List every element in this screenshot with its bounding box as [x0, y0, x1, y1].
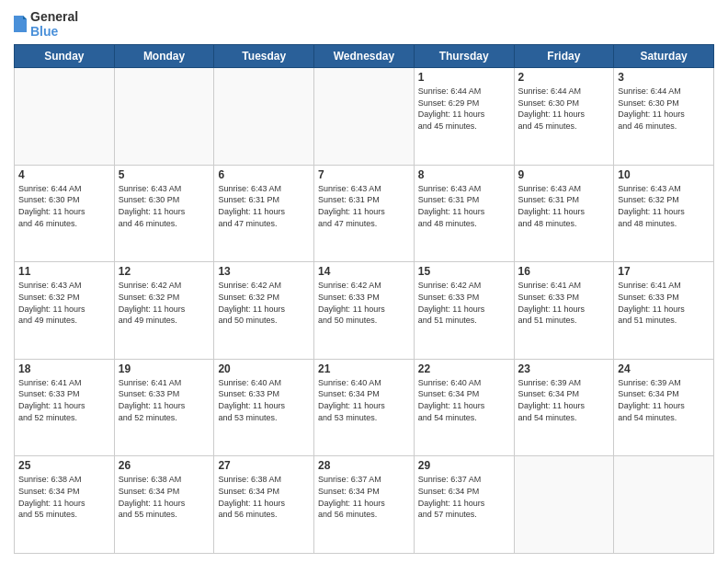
calendar-day-10: 10Sunrise: 6:43 AM Sunset: 6:32 PM Dayli…: [614, 165, 714, 262]
day-number: 14: [318, 265, 410, 278]
calendar-table: SundayMondayTuesdayWednesdayThursdayFrid…: [14, 44, 714, 554]
calendar-day-21: 21Sunrise: 6:40 AM Sunset: 6:34 PM Dayli…: [314, 359, 415, 456]
calendar-week-4: 25Sunrise: 6:38 AM Sunset: 6:34 PM Dayli…: [15, 456, 714, 554]
day-info: Sunrise: 6:40 AM Sunset: 6:34 PM Dayligh…: [318, 377, 410, 423]
logo-icon: [14, 16, 27, 32]
day-number: 26: [119, 459, 210, 472]
day-number: 17: [618, 265, 710, 278]
day-info: Sunrise: 6:43 AM Sunset: 6:30 PM Dayligh…: [119, 183, 210, 229]
day-info: Sunrise: 6:43 AM Sunset: 6:32 PM Dayligh…: [18, 280, 110, 326]
calendar-day-22: 22Sunrise: 6:40 AM Sunset: 6:34 PM Dayli…: [414, 359, 514, 456]
day-header-thursday: Thursday: [414, 45, 514, 68]
calendar-day-13: 13Sunrise: 6:42 AM Sunset: 6:32 PM Dayli…: [214, 262, 314, 360]
day-info: Sunrise: 6:44 AM Sunset: 6:30 PM Dayligh…: [518, 86, 610, 132]
day-info: Sunrise: 6:40 AM Sunset: 6:34 PM Dayligh…: [418, 377, 510, 423]
day-number: 5: [119, 168, 210, 181]
day-number: 7: [318, 168, 410, 181]
calendar-day-20: 20Sunrise: 6:40 AM Sunset: 6:33 PM Dayli…: [214, 359, 314, 456]
day-header-friday: Friday: [514, 45, 614, 68]
day-header-monday: Monday: [114, 45, 214, 68]
calendar-week-3: 18Sunrise: 6:41 AM Sunset: 6:33 PM Dayli…: [15, 359, 714, 456]
day-header-sunday: Sunday: [15, 45, 115, 68]
calendar-day-7: 7Sunrise: 6:43 AM Sunset: 6:31 PM Daylig…: [314, 165, 415, 262]
logo-container: General Blue: [14, 9, 78, 39]
calendar-day-17: 17Sunrise: 6:41 AM Sunset: 6:33 PM Dayli…: [614, 262, 714, 360]
calendar-day-8: 8Sunrise: 6:43 AM Sunset: 6:31 PM Daylig…: [414, 165, 514, 262]
calendar-day-4: 4Sunrise: 6:44 AM Sunset: 6:30 PM Daylig…: [15, 165, 115, 262]
day-number: 19: [119, 362, 210, 375]
page: General Blue SundayMondayTuesdayWednesda…: [0, 0, 728, 563]
calendar-day-28: 28Sunrise: 6:37 AM Sunset: 6:34 PM Dayli…: [314, 456, 415, 554]
logo-text: General Blue: [30, 9, 78, 39]
day-info: Sunrise: 6:41 AM Sunset: 6:33 PM Dayligh…: [518, 280, 610, 326]
day-info: Sunrise: 6:41 AM Sunset: 6:33 PM Dayligh…: [618, 280, 710, 326]
calendar-day-23: 23Sunrise: 6:39 AM Sunset: 6:34 PM Dayli…: [514, 359, 614, 456]
calendar-day-15: 15Sunrise: 6:42 AM Sunset: 6:33 PM Dayli…: [414, 262, 514, 360]
day-info: Sunrise: 6:42 AM Sunset: 6:33 PM Dayligh…: [418, 280, 510, 326]
calendar-day-empty: [514, 456, 614, 554]
calendar-day-26: 26Sunrise: 6:38 AM Sunset: 6:34 PM Dayli…: [114, 456, 214, 554]
calendar-day-9: 9Sunrise: 6:43 AM Sunset: 6:31 PM Daylig…: [514, 165, 614, 262]
day-info: Sunrise: 6:38 AM Sunset: 6:34 PM Dayligh…: [119, 474, 210, 520]
header: General Blue: [14, 9, 714, 39]
day-number: 4: [18, 168, 110, 181]
calendar-day-empty: [314, 68, 415, 166]
calendar-day-12: 12Sunrise: 6:42 AM Sunset: 6:32 PM Dayli…: [114, 262, 214, 360]
day-info: Sunrise: 6:44 AM Sunset: 6:30 PM Dayligh…: [618, 86, 710, 132]
day-header-wednesday: Wednesday: [314, 45, 415, 68]
day-number: 15: [418, 265, 510, 278]
day-number: 6: [218, 168, 310, 181]
day-number: 13: [218, 265, 310, 278]
day-info: Sunrise: 6:37 AM Sunset: 6:34 PM Dayligh…: [318, 474, 410, 520]
calendar-week-0: 1Sunrise: 6:44 AM Sunset: 6:29 PM Daylig…: [15, 68, 714, 166]
calendar-day-16: 16Sunrise: 6:41 AM Sunset: 6:33 PM Dayli…: [514, 262, 614, 360]
day-number: 24: [618, 362, 710, 375]
day-number: 27: [218, 459, 310, 472]
day-number: 3: [618, 71, 710, 84]
day-info: Sunrise: 6:39 AM Sunset: 6:34 PM Dayligh…: [518, 377, 610, 423]
calendar-day-1: 1Sunrise: 6:44 AM Sunset: 6:29 PM Daylig…: [414, 68, 514, 166]
calendar-day-25: 25Sunrise: 6:38 AM Sunset: 6:34 PM Dayli…: [15, 456, 115, 554]
day-number: 10: [618, 168, 710, 181]
day-info: Sunrise: 6:43 AM Sunset: 6:31 PM Dayligh…: [518, 183, 610, 229]
day-info: Sunrise: 6:42 AM Sunset: 6:32 PM Dayligh…: [218, 280, 310, 326]
calendar-day-empty: [15, 68, 115, 166]
calendar-day-14: 14Sunrise: 6:42 AM Sunset: 6:33 PM Dayli…: [314, 262, 415, 360]
day-info: Sunrise: 6:40 AM Sunset: 6:33 PM Dayligh…: [218, 377, 310, 423]
day-number: 22: [418, 362, 510, 375]
calendar-day-empty: [114, 68, 214, 166]
day-number: 25: [18, 459, 110, 472]
calendar-day-3: 3Sunrise: 6:44 AM Sunset: 6:30 PM Daylig…: [614, 68, 714, 166]
calendar-day-empty: [214, 68, 314, 166]
calendar-day-empty: [614, 456, 714, 554]
day-info: Sunrise: 6:43 AM Sunset: 6:31 PM Dayligh…: [318, 183, 410, 229]
calendar-day-5: 5Sunrise: 6:43 AM Sunset: 6:30 PM Daylig…: [114, 165, 214, 262]
logo: General Blue: [14, 9, 78, 39]
day-number: 2: [518, 71, 610, 84]
calendar-week-1: 4Sunrise: 6:44 AM Sunset: 6:30 PM Daylig…: [15, 165, 714, 262]
day-number: 28: [318, 459, 410, 472]
calendar-day-19: 19Sunrise: 6:41 AM Sunset: 6:33 PM Dayli…: [114, 359, 214, 456]
calendar-day-6: 6Sunrise: 6:43 AM Sunset: 6:31 PM Daylig…: [214, 165, 314, 262]
day-info: Sunrise: 6:43 AM Sunset: 6:31 PM Dayligh…: [418, 183, 510, 229]
day-info: Sunrise: 6:39 AM Sunset: 6:34 PM Dayligh…: [618, 377, 710, 423]
day-info: Sunrise: 6:38 AM Sunset: 6:34 PM Dayligh…: [218, 474, 310, 520]
day-number: 8: [418, 168, 510, 181]
day-number: 21: [318, 362, 410, 375]
day-number: 20: [218, 362, 310, 375]
day-info: Sunrise: 6:44 AM Sunset: 6:29 PM Dayligh…: [418, 86, 510, 132]
day-info: Sunrise: 6:44 AM Sunset: 6:30 PM Dayligh…: [18, 183, 110, 229]
day-number: 9: [518, 168, 610, 181]
day-header-tuesday: Tuesday: [214, 45, 314, 68]
day-info: Sunrise: 6:42 AM Sunset: 6:33 PM Dayligh…: [318, 280, 410, 326]
day-number: 16: [518, 265, 610, 278]
calendar-day-27: 27Sunrise: 6:38 AM Sunset: 6:34 PM Dayli…: [214, 456, 314, 554]
svg-marker-1: [23, 16, 27, 19]
calendar-week-2: 11Sunrise: 6:43 AM Sunset: 6:32 PM Dayli…: [15, 262, 714, 360]
day-number: 12: [119, 265, 210, 278]
day-number: 18: [18, 362, 110, 375]
day-info: Sunrise: 6:43 AM Sunset: 6:31 PM Dayligh…: [218, 183, 310, 229]
day-info: Sunrise: 6:41 AM Sunset: 6:33 PM Dayligh…: [119, 377, 210, 423]
day-number: 1: [418, 71, 510, 84]
day-number: 29: [418, 459, 510, 472]
